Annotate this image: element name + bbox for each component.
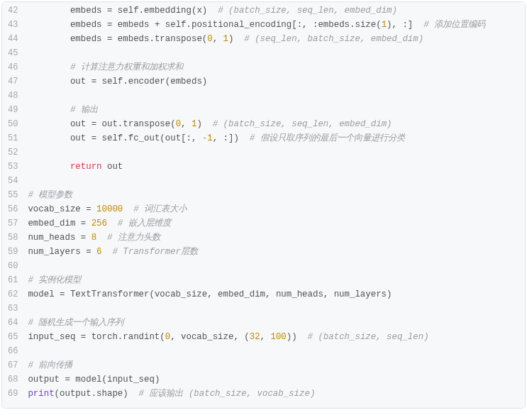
- line-number: 46: [8, 60, 18, 74]
- token: 32: [250, 332, 260, 342]
- token: print: [28, 389, 54, 399]
- token: ): [228, 34, 244, 44]
- line-number: 57: [8, 216, 18, 231]
- token: [107, 219, 118, 228]
- token: input_seq: [28, 332, 80, 342]
- line-number: 63: [8, 302, 18, 316]
- token: self: [102, 133, 123, 143]
- token: embed_dim: [28, 219, 80, 228]
- line-number: 69: [8, 387, 18, 401]
- token: # (seq_len, batch_size, embed_dim): [244, 34, 423, 44]
- code-line[interactable]: [28, 145, 519, 160]
- code-line[interactable]: embeds = embeds.transpose(0, 1) # (seq_l…: [28, 32, 519, 46]
- line-number: 50: [8, 117, 18, 131]
- token: # 注意力头数: [107, 233, 160, 243]
- code-line[interactable]: num_heads = 8 # 注意力头数: [28, 231, 519, 245]
- token: model: [28, 289, 60, 299]
- token: =: [86, 204, 96, 214]
- code-line[interactable]: vocab_size = 10000 # 词汇表大小: [28, 202, 519, 216]
- token: # 应该输出 (batch_size, vocab_size): [139, 389, 316, 399]
- token: return: [70, 162, 107, 172]
- token: # 计算注意力权重和加权求和: [70, 62, 183, 72]
- line-number: 49: [8, 103, 18, 117]
- code-line[interactable]: [28, 344, 519, 358]
- code-line[interactable]: input_seq = torch.randint(0, vocab_size,…: [28, 330, 519, 344]
- code-line[interactable]: # 模型参数: [28, 188, 519, 202]
- line-number: 51: [8, 131, 18, 145]
- line-number: 68: [8, 372, 18, 387]
- token: +: [155, 20, 165, 30]
- line-number: 64: [8, 316, 18, 330]
- line-number: 48: [8, 89, 18, 103]
- token: # (batch_size, seq_len): [308, 332, 429, 342]
- line-number: 53: [8, 160, 18, 174]
- line-number: 43: [8, 18, 18, 32]
- token: =: [81, 332, 91, 342]
- line-number: 67: [8, 358, 18, 372]
- line-number: 58: [8, 231, 18, 245]
- token: num_layers: [28, 247, 86, 257]
- line-number: 54: [8, 174, 18, 188]
- code-line[interactable]: output = model(input_seq): [28, 372, 519, 387]
- token: # 实例化模型: [28, 275, 81, 285]
- token: # 假设只取序列的最后一个向量进行分类: [250, 133, 405, 143]
- code-line[interactable]: out = self.fc_out(out[:, -1, :]) # 假设只取序…: [28, 131, 519, 145]
- line-number: 62: [8, 287, 18, 302]
- code-line[interactable]: num_layers = 6 # Transformer层数: [28, 245, 519, 259]
- token: [123, 204, 133, 214]
- token: =: [81, 219, 91, 228]
- token: embeds: [70, 20, 107, 30]
- token: 1: [223, 34, 228, 44]
- token: out: [107, 162, 123, 172]
- line-number: 52: [8, 145, 18, 160]
- token: vocab_size: [28, 204, 86, 214]
- token: 0: [176, 119, 181, 129]
- token: 0: [207, 34, 212, 44]
- code-line[interactable]: model = TextTransformer(vocab_size, embe…: [28, 287, 519, 302]
- code-line[interactable]: # 计算注意力权重和加权求和: [28, 60, 519, 74]
- code-line[interactable]: [28, 46, 519, 60]
- code-line[interactable]: [28, 174, 519, 188]
- token: =: [91, 119, 102, 129]
- code-line[interactable]: [28, 302, 519, 316]
- code-line[interactable]: return out: [28, 160, 519, 174]
- token: =: [91, 133, 102, 143]
- token: self: [165, 20, 187, 30]
- token: self: [118, 6, 139, 16]
- code-line[interactable]: # 实例化模型: [28, 273, 519, 287]
- line-number: 61: [8, 273, 18, 287]
- token: embeds: [118, 20, 155, 30]
- code-line[interactable]: out = self.encoder(embeds): [28, 74, 519, 89]
- line-number: 44: [8, 32, 18, 46]
- line-number: 59: [8, 245, 18, 259]
- code-line[interactable]: # 输出: [28, 103, 519, 117]
- code-content-area[interactable]: embeds = self.embedding(x) # (batch_size…: [25, 2, 525, 408]
- code-line[interactable]: [28, 89, 519, 103]
- token: num_heads: [28, 233, 80, 243]
- code-line[interactable]: out = out.transpose(0, 1) # (batch_size,…: [28, 117, 519, 131]
- code-line[interactable]: # 随机生成一个输入序列: [28, 316, 519, 330]
- token: # 嵌入层维度: [118, 219, 171, 228]
- token: TextTransformer(vocab_size, embed_dim, n…: [70, 289, 392, 299]
- line-number: 60: [8, 259, 18, 273]
- token: embeds: [70, 6, 107, 16]
- token: =: [107, 34, 118, 44]
- token: =: [86, 247, 96, 257]
- token: =: [65, 375, 75, 385]
- code-line[interactable]: [28, 259, 519, 273]
- code-line[interactable]: embeds = self.embedding(x) # (batch_size…: [28, 4, 519, 18]
- token: self: [102, 77, 123, 87]
- code-line[interactable]: embeds = embeds + self.positional_encodi…: [28, 18, 519, 32]
- code-line[interactable]: print(output.shape) # 应该输出 (batch_size, …: [28, 387, 519, 401]
- token: ): [196, 119, 212, 129]
- token: embeds.transpose(: [118, 34, 207, 44]
- token: , vocab_size, (: [170, 332, 250, 342]
- line-number: 47: [8, 74, 18, 89]
- token: 256: [91, 219, 107, 228]
- code-editor[interactable]: 4243444546474849505152535455565758596061…: [1, 1, 526, 409]
- code-line[interactable]: # 前向传播: [28, 358, 519, 372]
- code-line[interactable]: embed_dim = 256 # 嵌入层维度: [28, 216, 519, 231]
- line-number: 65: [8, 330, 18, 344]
- token: output: [28, 375, 65, 385]
- token: # 添加位置编码: [423, 20, 485, 30]
